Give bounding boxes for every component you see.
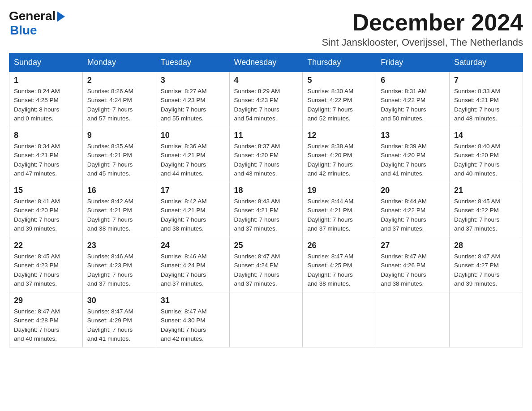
- day-info: Sunrise: 8:47 AMSunset: 4:29 PMDaylight:…: [87, 307, 151, 343]
- day-info: Sunrise: 8:38 AMSunset: 4:20 PMDaylight:…: [307, 142, 371, 178]
- logo-blue-text: Blue: [10, 23, 37, 38]
- day-info: Sunrise: 8:47 AMSunset: 4:25 PMDaylight:…: [307, 252, 371, 288]
- calendar-week-row: 15 Sunrise: 8:41 AMSunset: 4:20 PMDaylig…: [9, 182, 523, 237]
- table-row: 18 Sunrise: 8:43 AMSunset: 4:21 PMDaylig…: [229, 182, 303, 237]
- day-number: 11: [234, 131, 298, 140]
- day-number: 9: [87, 131, 151, 140]
- col-saturday: Saturday: [450, 53, 523, 72]
- table-row: 27 Sunrise: 8:47 AMSunset: 4:26 PMDaylig…: [376, 237, 450, 292]
- day-number: 13: [381, 131, 445, 140]
- day-info: Sunrise: 8:46 AMSunset: 4:24 PMDaylight:…: [161, 252, 225, 288]
- day-info: Sunrise: 8:41 AMSunset: 4:20 PMDaylight:…: [14, 197, 78, 233]
- day-number: 4: [234, 76, 298, 85]
- day-info: Sunrise: 8:47 AMSunset: 4:28 PMDaylight:…: [14, 307, 78, 343]
- table-row: 28 Sunrise: 8:47 AMSunset: 4:27 PMDaylig…: [450, 237, 523, 292]
- day-info: Sunrise: 8:39 AMSunset: 4:20 PMDaylight:…: [381, 142, 445, 178]
- day-number: 7: [454, 76, 518, 85]
- page-header: General Blue December 2024 Sint Janskloo…: [9, 9, 523, 48]
- table-row: 26 Sunrise: 8:47 AMSunset: 4:25 PMDaylig…: [303, 237, 376, 292]
- calendar-week-row: 1 Sunrise: 8:24 AMSunset: 4:25 PMDayligh…: [9, 72, 523, 127]
- day-info: Sunrise: 8:30 AMSunset: 4:22 PMDaylight:…: [307, 87, 371, 123]
- day-info: Sunrise: 8:40 AMSunset: 4:20 PMDaylight:…: [454, 142, 518, 178]
- month-title: December 2024: [322, 9, 523, 36]
- day-number: 16: [87, 186, 151, 195]
- table-row: [450, 292, 523, 347]
- table-row: 13 Sunrise: 8:39 AMSunset: 4:20 PMDaylig…: [376, 127, 450, 182]
- table-row: 11 Sunrise: 8:37 AMSunset: 4:20 PMDaylig…: [229, 127, 303, 182]
- col-tuesday: Tuesday: [156, 53, 229, 72]
- table-row: 10 Sunrise: 8:36 AMSunset: 4:21 PMDaylig…: [156, 127, 229, 182]
- col-wednesday: Wednesday: [229, 53, 303, 72]
- day-info: Sunrise: 8:33 AMSunset: 4:21 PMDaylight:…: [454, 87, 518, 123]
- col-monday: Monday: [82, 53, 156, 72]
- day-info: Sunrise: 8:45 AMSunset: 4:23 PMDaylight:…: [14, 252, 78, 288]
- table-row: 15 Sunrise: 8:41 AMSunset: 4:20 PMDaylig…: [9, 182, 83, 237]
- day-info: Sunrise: 8:26 AMSunset: 4:24 PMDaylight:…: [87, 87, 151, 123]
- logo-general-text: General: [9, 9, 56, 23]
- day-info: Sunrise: 8:43 AMSunset: 4:21 PMDaylight:…: [234, 197, 298, 233]
- day-info: Sunrise: 8:42 AMSunset: 4:21 PMDaylight:…: [161, 197, 225, 233]
- col-sunday: Sunday: [9, 53, 83, 72]
- day-info: Sunrise: 8:45 AMSunset: 4:22 PMDaylight:…: [454, 197, 518, 233]
- day-number: 2: [87, 76, 151, 85]
- col-thursday: Thursday: [303, 53, 376, 72]
- day-number: 29: [14, 296, 78, 305]
- day-info: Sunrise: 8:37 AMSunset: 4:20 PMDaylight:…: [234, 142, 298, 178]
- day-number: 18: [234, 186, 298, 195]
- table-row: 7 Sunrise: 8:33 AMSunset: 4:21 PMDayligh…: [450, 72, 523, 127]
- table-row: 29 Sunrise: 8:47 AMSunset: 4:28 PMDaylig…: [9, 292, 83, 347]
- day-number: 12: [307, 131, 371, 140]
- day-number: 27: [381, 241, 445, 250]
- day-info: Sunrise: 8:47 AMSunset: 4:27 PMDaylight:…: [454, 252, 518, 288]
- table-row: 24 Sunrise: 8:46 AMSunset: 4:24 PMDaylig…: [156, 237, 229, 292]
- table-row: 12 Sunrise: 8:38 AMSunset: 4:20 PMDaylig…: [303, 127, 376, 182]
- day-info: Sunrise: 8:44 AMSunset: 4:22 PMDaylight:…: [381, 197, 445, 233]
- table-row: [229, 292, 303, 347]
- col-friday: Friday: [376, 53, 450, 72]
- day-number: 24: [161, 241, 225, 250]
- table-row: 6 Sunrise: 8:31 AMSunset: 4:22 PMDayligh…: [376, 72, 450, 127]
- day-number: 31: [161, 296, 225, 305]
- location-subtitle: Sint Jansklooster, Overijssel, The Nethe…: [322, 37, 523, 48]
- day-number: 21: [454, 186, 518, 195]
- table-row: 19 Sunrise: 8:44 AMSunset: 4:21 PMDaylig…: [303, 182, 376, 237]
- day-number: 23: [87, 241, 151, 250]
- day-number: 17: [161, 186, 225, 195]
- table-row: 16 Sunrise: 8:42 AMSunset: 4:21 PMDaylig…: [82, 182, 156, 237]
- table-row: 22 Sunrise: 8:45 AMSunset: 4:23 PMDaylig…: [9, 237, 83, 292]
- logo: General Blue: [9, 9, 65, 38]
- day-number: 26: [307, 241, 371, 250]
- table-row: 9 Sunrise: 8:35 AMSunset: 4:21 PMDayligh…: [82, 127, 156, 182]
- day-info: Sunrise: 8:27 AMSunset: 4:23 PMDaylight:…: [161, 87, 225, 123]
- day-info: Sunrise: 8:35 AMSunset: 4:21 PMDaylight:…: [87, 142, 151, 178]
- day-info: Sunrise: 8:42 AMSunset: 4:21 PMDaylight:…: [87, 197, 151, 233]
- calendar-week-row: 8 Sunrise: 8:34 AMSunset: 4:21 PMDayligh…: [9, 127, 523, 182]
- day-info: Sunrise: 8:47 AMSunset: 4:26 PMDaylight:…: [381, 252, 445, 288]
- table-row: [303, 292, 376, 347]
- title-section: December 2024 Sint Jansklooster, Overijs…: [322, 9, 523, 48]
- day-number: 15: [14, 186, 78, 195]
- day-number: 14: [454, 131, 518, 140]
- day-number: 25: [234, 241, 298, 250]
- table-row: 23 Sunrise: 8:46 AMSunset: 4:23 PMDaylig…: [82, 237, 156, 292]
- day-number: 3: [161, 76, 225, 85]
- day-info: Sunrise: 8:47 AMSunset: 4:30 PMDaylight:…: [161, 307, 225, 343]
- table-row: 4 Sunrise: 8:29 AMSunset: 4:23 PMDayligh…: [229, 72, 303, 127]
- day-number: 19: [307, 186, 371, 195]
- table-row: 1 Sunrise: 8:24 AMSunset: 4:25 PMDayligh…: [9, 72, 83, 127]
- table-row: 8 Sunrise: 8:34 AMSunset: 4:21 PMDayligh…: [9, 127, 83, 182]
- table-row: 21 Sunrise: 8:45 AMSunset: 4:22 PMDaylig…: [450, 182, 523, 237]
- day-number: 22: [14, 241, 78, 250]
- day-info: Sunrise: 8:44 AMSunset: 4:21 PMDaylight:…: [307, 197, 371, 233]
- day-number: 10: [161, 131, 225, 140]
- day-number: 28: [454, 241, 518, 250]
- logo-arrow-icon: [57, 11, 65, 22]
- calendar-week-row: 22 Sunrise: 8:45 AMSunset: 4:23 PMDaylig…: [9, 237, 523, 292]
- table-row: 2 Sunrise: 8:26 AMSunset: 4:24 PMDayligh…: [82, 72, 156, 127]
- table-row: 31 Sunrise: 8:47 AMSunset: 4:30 PMDaylig…: [156, 292, 229, 347]
- day-number: 8: [14, 131, 78, 140]
- table-row: 20 Sunrise: 8:44 AMSunset: 4:22 PMDaylig…: [376, 182, 450, 237]
- table-row: 14 Sunrise: 8:40 AMSunset: 4:20 PMDaylig…: [450, 127, 523, 182]
- table-row: 17 Sunrise: 8:42 AMSunset: 4:21 PMDaylig…: [156, 182, 229, 237]
- calendar-week-row: 29 Sunrise: 8:47 AMSunset: 4:28 PMDaylig…: [9, 292, 523, 347]
